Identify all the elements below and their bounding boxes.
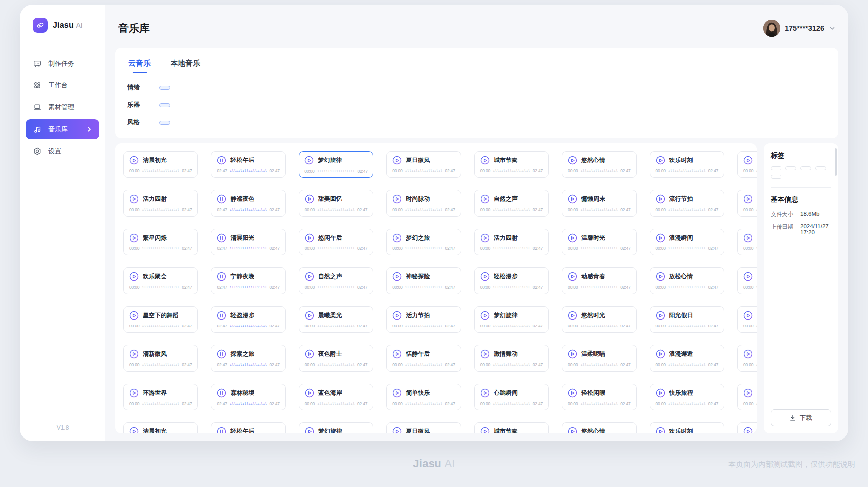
pause-icon[interactable] [217, 156, 226, 165]
track-card[interactable]: 繁星闪烁 00:00 02:47 ıllıılıllııllıılıl 02:4… [123, 229, 198, 255]
filter-option[interactable] [194, 121, 205, 125]
track-card[interactable]: 梦幻之旅 00:00 02:47 ıllıılıllııllıılıl 02:4… [386, 229, 461, 255]
play-icon[interactable] [568, 272, 577, 281]
track-card[interactable]: 欢乐时刻 00:00 02:47 ıllıılıllııllıılıl 02:4… [650, 151, 724, 178]
play-icon[interactable] [129, 388, 139, 398]
play-icon[interactable] [568, 311, 577, 320]
play-icon[interactable] [568, 388, 577, 398]
track-card[interactable]: 温馨时刻 00:00 02:47 ıllıılıllııllıılıl 02:4… [737, 384, 757, 410]
play-icon[interactable] [305, 194, 314, 204]
play-icon[interactable] [656, 272, 665, 281]
play-icon[interactable] [656, 156, 665, 165]
play-icon[interactable] [392, 156, 402, 165]
track-card[interactable]: 温暖阳光 00:00 02:47 ıllıılıllııllıılıl 02:4… [737, 151, 757, 178]
filter-option[interactable] [176, 121, 187, 125]
play-icon[interactable] [568, 194, 577, 204]
track-card[interactable]: 夏日微风 00:00 02:47 ıllıılıllııllıılıl 02:4… [386, 422, 461, 433]
play-icon[interactable] [129, 427, 139, 433]
filter-option[interactable] [231, 86, 242, 90]
track-card[interactable]: 清新微风 00:00 02:47 ıllıılıllııllıılıl 02:4… [123, 345, 198, 372]
user-menu[interactable]: 175****3126 [763, 20, 835, 37]
play-icon[interactable] [129, 233, 139, 243]
play-icon[interactable] [392, 311, 402, 320]
tab-local-music[interactable]: 本地音乐 [170, 57, 201, 74]
play-icon[interactable] [480, 388, 490, 398]
play-icon[interactable] [392, 233, 402, 243]
play-icon[interactable] [480, 349, 490, 359]
filter-option[interactable] [194, 103, 205, 107]
sidebar-item-workbench[interactable]: 工作台 [26, 76, 99, 95]
pause-icon[interactable] [217, 388, 226, 398]
play-icon[interactable] [480, 311, 490, 320]
track-card[interactable]: 晨曦柔光 00:00 02:47 ıllıılıllııllıılıl 02:4… [299, 306, 373, 333]
play-icon[interactable] [480, 233, 490, 243]
play-icon[interactable] [568, 349, 577, 359]
play-icon[interactable] [743, 194, 753, 204]
play-icon[interactable] [129, 156, 139, 165]
play-icon[interactable] [656, 311, 665, 320]
track-card[interactable]: 自然之声 00:00 02:47 ıllıılıllııllıılıl 02:4… [299, 267, 373, 294]
play-icon[interactable] [392, 194, 402, 204]
play-icon[interactable] [129, 311, 139, 320]
track-card[interactable]: 温柔呢喃 00:00 02:47 ıllıılıllııllıılıl 02:4… [562, 345, 636, 372]
track-card[interactable]: 静谧夜色 00:00 02:47 ıllıılıllııllıılıl 02:4… [211, 190, 285, 217]
track-card[interactable]: 轻松闲暇 00:00 02:47 ıllıılıllııllıılıl 02:4… [562, 384, 636, 410]
track-card[interactable]: 繁星闪烁 00:00 02:47 ıllıılıllııllıılıl 02:4… [737, 306, 757, 333]
play-icon[interactable] [743, 156, 753, 165]
track-card[interactable]: 悠然心情 00:00 02:47 ıllıılıllııllıılıl 02:4… [562, 151, 636, 178]
play-icon[interactable] [392, 388, 402, 398]
track-card[interactable]: 悠然心情 00:00 02:47 ıllıılıllııllıılıl 02:4… [562, 422, 636, 433]
track-card[interactable]: 神秘探险 00:00 02:47 ıllıılıllııllıılıl 02:4… [386, 267, 461, 294]
track-card[interactable]: 漫步云端 00:00 02:47 ıllıılıllııllıılıl 02:4… [737, 190, 757, 217]
track-card[interactable]: 活力节拍 00:00 02:47 ıllıılıllııllıılıl 02:4… [386, 306, 461, 333]
track-card[interactable]: 悠然时光 00:00 02:47 ıllıılıllııllıılıl 02:4… [562, 306, 636, 333]
track-card[interactable]: 欢乐聚会 00:00 02:47 ıllıılıllııllıılıl 02:4… [123, 267, 198, 294]
track-card[interactable]: 清晨初光 00:00 02:47 ıllıılıllııllıılıl 02:4… [123, 422, 198, 433]
track-card[interactable]: 动感青春 00:00 02:47 ıllıılıllııllıılıl 02:4… [562, 267, 636, 294]
play-icon[interactable] [656, 233, 665, 243]
track-card[interactable]: 温暖阳光 00:00 02:47 ıllıılıllııllıılıl 02:4… [737, 422, 757, 433]
track-card[interactable]: 简单快乐 00:00 02:47 ıllıılıllııllıılıl 02:4… [386, 384, 461, 410]
track-card[interactable]: 温馨时光 00:00 02:47 ıllıılıllııllıılıl 02:4… [562, 229, 636, 255]
filter-option[interactable] [231, 121, 242, 125]
play-icon[interactable] [743, 349, 753, 359]
play-icon[interactable] [480, 194, 490, 204]
sidebar-item-tasks[interactable]: 制作任务 [26, 54, 99, 74]
filter-option[interactable] [213, 121, 224, 125]
play-icon[interactable] [305, 272, 314, 281]
pause-icon[interactable] [217, 233, 226, 243]
tab-cloud-music[interactable]: 云音乐 [127, 57, 152, 74]
track-card[interactable]: 活力四射 00:00 02:47 ıllıılıllııllıılıl 02:4… [123, 190, 198, 217]
track-card[interactable]: 城市节奏 00:00 02:47 ıllıılıllııllıılıl 02:4… [474, 151, 549, 178]
play-icon[interactable] [568, 233, 577, 243]
filter-option[interactable] [213, 86, 224, 90]
track-card[interactable]: 夜色爵士 00:00 02:47 ıllıılıllııllıılıl 02:4… [299, 345, 373, 372]
pause-icon[interactable] [217, 272, 226, 281]
track-card[interactable]: 浪漫瞬间 00:00 02:47 ıllıılıllııllıılıl 02:4… [650, 229, 724, 255]
track-card[interactable]: 梦幻旋律 00:00 02:47 ıllıılıllııllıılıl 02:4… [299, 422, 373, 433]
track-card[interactable]: 欢乐时刻 00:00 02:47 ıllıılıllııllıılıl 02:4… [650, 422, 724, 433]
download-button[interactable]: 下载 [771, 409, 831, 426]
filter-option[interactable] [305, 86, 316, 90]
track-card[interactable]: 海浪轻拍 00:00 02:47 ıllıılıllııllıılıl 02:4… [737, 229, 757, 255]
filter-option[interactable] [194, 86, 205, 90]
play-icon[interactable] [656, 194, 665, 204]
track-card[interactable]: 清晨阳光 00:00 02:47 ıllıılıllııllıılıl 02:4… [211, 229, 285, 255]
track-card[interactable]: 森林秘境 00:00 02:47 ıllıılıllııllıılıl 02:4… [211, 384, 285, 410]
track-card[interactable]: 时尚脉动 00:00 02:47 ıllıılıllııllıılıl 02:4… [386, 190, 461, 217]
track-card[interactable]: 浪漫邂逅 00:00 02:47 ıllıılıllııllıılıl 02:4… [650, 345, 724, 372]
play-icon[interactable] [305, 388, 314, 398]
play-icon[interactable] [305, 311, 314, 320]
track-card[interactable]: 自然之声 00:00 02:47 ıllıılıllııllıılıl 02:4… [474, 190, 549, 217]
play-icon[interactable] [743, 388, 753, 398]
track-card[interactable]: 慵懒周末 00:00 02:47 ıllıılıllııllıılıl 02:4… [562, 190, 636, 217]
track-card[interactable]: 阳光假日 00:00 02:47 ıllıılıllııllıılıl 02:4… [650, 306, 724, 333]
pause-icon[interactable] [217, 427, 226, 433]
play-icon[interactable] [568, 427, 577, 433]
track-card[interactable]: 快乐旅程 00:00 02:47 ıllıılıllııllıılıl 02:4… [650, 384, 724, 410]
play-icon[interactable] [743, 272, 753, 281]
play-icon[interactable] [656, 349, 665, 359]
filter-option[interactable] [159, 86, 170, 90]
play-icon[interactable] [305, 233, 314, 243]
track-card[interactable]: 梦幻旋律 00:00 02:47 ıllıılıllııllıılıl 02:4… [299, 151, 373, 178]
